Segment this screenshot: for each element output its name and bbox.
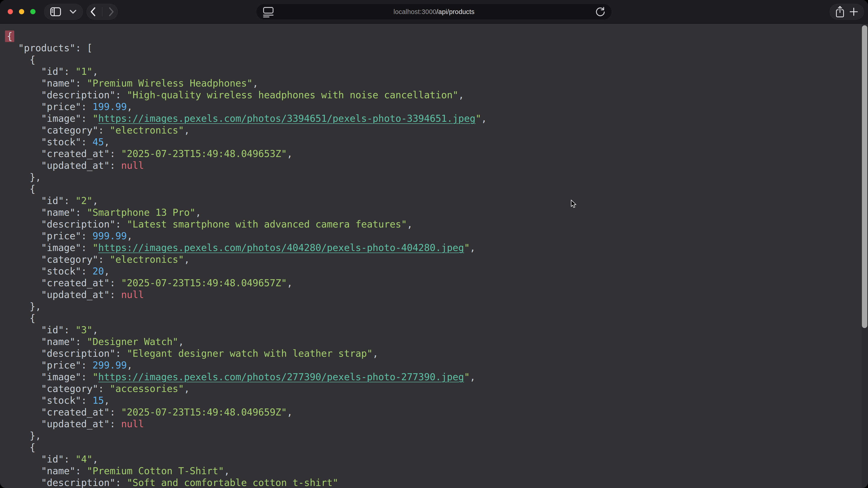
url-path: /api/products [436,8,475,15]
share-icon [835,5,845,18]
new-tab-button[interactable] [849,7,859,17]
json-viewer-code: { "products": [ { "id": "1", "name": "Pr… [7,31,487,488]
sidebar-icon [50,7,61,16]
toolbar-actions [830,4,864,20]
sidebar-toggle-button[interactable] [50,7,61,16]
url-text: localhost:3000/api/products [394,8,474,15]
page-content: { "products": [ { "id": "1", "name": "Pr… [0,24,868,488]
sidebar-controls [44,4,83,20]
url-host: localhost:3000 [394,8,436,15]
json-viewer: { "products": [ { "id": "1", "name": "Pr… [0,24,868,488]
nav-controls [87,4,118,20]
address-bar[interactable]: localhost:3000/api/products [256,4,612,20]
traffic-lights [8,9,35,14]
json-url-link[interactable]: https://images.pexels.com/photos/404280/… [98,242,464,253]
maximize-button[interactable] [30,9,35,14]
tab-overview-chevron-button[interactable] [69,9,77,14]
mouse-cursor [570,199,577,208]
back-chevron-icon [90,7,96,17]
plus-icon [849,7,859,17]
page-format-icon [262,6,274,18]
back-button[interactable] [90,7,96,17]
forward-chevron-icon [108,7,114,17]
minimize-button[interactable] [19,9,24,14]
share-button[interactable] [835,5,845,18]
json-url-link[interactable]: https://images.pexels.com/photos/277390/… [98,371,464,383]
scrollbar-thumb[interactable] [862,25,867,328]
reload-button[interactable] [595,6,606,18]
page-settings-button[interactable] [262,6,274,18]
nav-divider [102,7,102,17]
safari-window: localhost:3000/api/products [0,0,868,488]
reload-icon [595,6,606,18]
close-button[interactable] [8,9,13,14]
json-url-link[interactable]: https://images.pexels.com/photos/3394651… [98,113,475,124]
forward-button[interactable] [108,7,114,17]
chevron-down-icon [69,9,77,14]
browser-toolbar: localhost:3000/api/products [0,0,868,24]
